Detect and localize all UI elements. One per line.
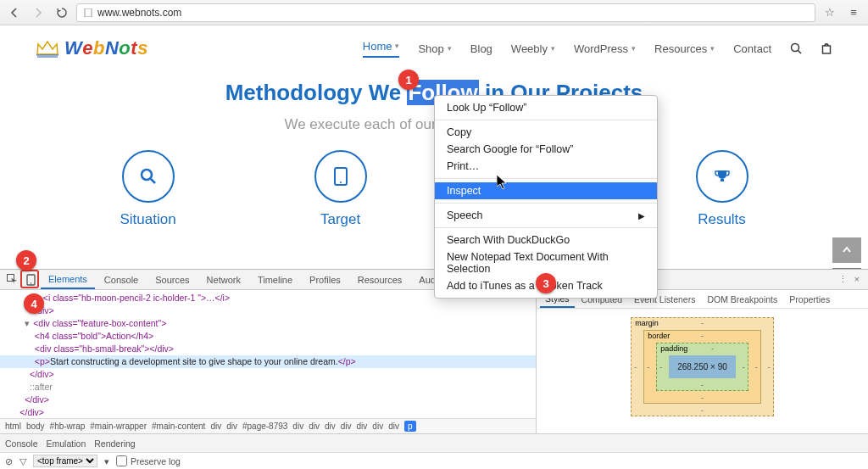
devtools: Elements Console Sources Network Timelin… [0, 269, 868, 469]
svg-point-1 [792, 44, 799, 52]
box-model: margin - - - - border - - - - padding - [537, 309, 868, 433]
side-buttons [832, 237, 861, 269]
svg-rect-0 [85, 8, 92, 17]
console-toolbar: ⊘ ▽ <top frame> ▾ Preserve log [0, 452, 868, 469]
box-content-size: 268.250 × 90 [669, 355, 736, 378]
nav-shop[interactable]: Shop▾ [418, 42, 451, 55]
nav-contact[interactable]: Contact [733, 42, 771, 55]
tab-dom-breakpoints[interactable]: DOM Breakpoints [702, 292, 782, 307]
trophy-icon [696, 150, 748, 203]
styles-panel: Styles Computed Event Listeners DOM Brea… [536, 290, 868, 433]
chevron-down-icon: ▾ [395, 42, 399, 50]
feature-results[interactable]: Results [696, 150, 748, 228]
crown-icon [36, 39, 59, 58]
clear-console-icon[interactable]: ⊘ [5, 456, 13, 466]
url-text: www.webnots.com [97, 7, 181, 19]
back-button[interactable] [5, 3, 24, 22]
badge-1: 1 [398, 70, 419, 90]
tab-profiles[interactable]: Profiles [302, 271, 348, 288]
chevron-right-icon: ▶ [638, 211, 645, 221]
search-icon [122, 150, 175, 203]
ctx-speech[interactable]: Speech▶ [435, 207, 657, 224]
nav-home[interactable]: Home▾ [363, 40, 400, 58]
badge-3: 3 [536, 273, 556, 293]
close-icon[interactable]: × [854, 274, 860, 285]
ctx-duckduckgo[interactable]: Search With DuckDuckGo [435, 232, 657, 248]
more-icon[interactable]: ⋮ [838, 274, 848, 285]
ctx-inspect[interactable]: Inspect [435, 182, 657, 199]
search-icon[interactable] [790, 42, 802, 54]
feature-target[interactable]: Target [314, 150, 367, 228]
chevron-down-icon: ▾ [710, 44, 715, 53]
svg-point-4 [142, 170, 152, 180]
nav-wordpress[interactable]: WordPress▾ [574, 42, 636, 55]
tab-timeline[interactable]: Timeline [250, 271, 300, 288]
tab-properties[interactable]: Properties [784, 292, 835, 307]
dom-breadcrumb[interactable]: html body #hb-wrap #main-wrapper #main-c… [0, 418, 536, 433]
nav-blog[interactable]: Blog [470, 42, 492, 55]
page-icon [84, 8, 92, 17]
ctx-copy[interactable]: Copy [435, 124, 657, 141]
main-nav: Home▾ Shop▾ Blog Weebly▾ WordPress▾ Reso… [363, 40, 832, 58]
context-menu: Look Up “Follow” Copy Search Google for … [434, 95, 658, 299]
highlight-box [20, 270, 39, 288]
tab-elements[interactable]: Elements [41, 271, 95, 289]
feature-situation[interactable]: Situation [120, 150, 175, 228]
drawer-tab-rendering[interactable]: Rendering [94, 438, 135, 449]
drawer-tab-emulation[interactable]: Emulation [47, 438, 86, 449]
nav-resources[interactable]: Resources▾ [654, 42, 715, 55]
tab-resources[interactable]: Resources [350, 271, 410, 288]
svg-line-2 [798, 51, 802, 54]
drawer-tab-console[interactable]: Console [5, 438, 38, 449]
chevron-down-icon: ▾ [632, 44, 636, 53]
tab-console[interactable]: Console [97, 271, 146, 288]
ctx-print[interactable]: Print… [435, 158, 657, 175]
svg-line-5 [151, 179, 155, 183]
logo-text: WebNots [64, 37, 148, 59]
tab-sources[interactable]: Sources [147, 271, 197, 288]
filter-icon[interactable]: ▽ [19, 456, 26, 466]
console-drawer-tabs: Console Emulation Rendering [0, 433, 868, 452]
tablet-icon [314, 150, 367, 203]
tab-network[interactable]: Network [199, 271, 248, 288]
site-logo[interactable]: WebNots [36, 37, 148, 59]
browser-toolbar: www.webnots.com ☆ ≡ [0, 0, 868, 25]
dropdown-caret-icon: ▾ [104, 456, 109, 466]
preserve-log-checkbox[interactable]: Preserve log [116, 455, 181, 466]
reload-button[interactable] [53, 3, 71, 22]
chevron-down-icon: ▾ [448, 44, 452, 53]
badge-2: 2 [16, 250, 36, 271]
ctx-search-google[interactable]: Search Google for “Follow” [435, 141, 657, 158]
elements-panel: ▸<i class="hb-moon-pencil-2 ic-holder-1 … [0, 290, 536, 433]
dom-tree[interactable]: ▸<i class="hb-moon-pencil-2 ic-holder-1 … [0, 290, 536, 418]
site-header: WebNots Home▾ Shop▾ Blog Weebly▾ WordPre… [0, 25, 868, 68]
svg-rect-3 [823, 46, 831, 53]
ctx-lookup[interactable]: Look Up “Follow” [435, 99, 657, 116]
svg-point-7 [340, 181, 342, 183]
badge-4: 4 [24, 293, 44, 314]
bookmark-icon[interactable]: ☆ [821, 3, 839, 22]
bag-icon[interactable] [821, 42, 832, 54]
scroll-top-button[interactable] [832, 237, 861, 263]
inspect-element-icon[interactable] [3, 274, 20, 285]
nav-weebly[interactable]: Weebly▾ [511, 42, 555, 55]
forward-button[interactable] [29, 3, 47, 22]
chevron-down-icon: ▾ [551, 44, 555, 53]
menu-icon[interactable]: ≡ [844, 3, 863, 22]
execution-context-select[interactable]: <top frame> [33, 455, 97, 467]
address-bar[interactable]: www.webnots.com [76, 3, 815, 22]
